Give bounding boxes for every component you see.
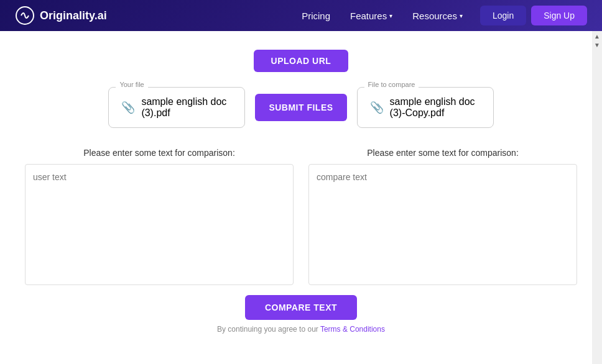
features-chevron-icon: ▾ [389,12,392,19]
upload-url-button[interactable]: UPLOAD URL [254,50,349,72]
your-file-wrapper: Your file 📎 sample english doc (3).pdf [108,87,245,128]
compare-file-wrapper: File to compare 📎 sample english doc (3)… [357,87,494,128]
login-button[interactable]: Login [480,6,526,25]
compare-text-input[interactable] [308,164,577,285]
your-file-name: sample english doc (3).pdf [141,96,226,119]
nav-resources[interactable]: Resources ▾ [405,7,470,25]
compare-text-button[interactable]: COMPARE TEXT [245,295,357,320]
nav-links: Pricing Features ▾ Resources ▾ Login Sig… [294,6,587,25]
paperclip-icon: 📎 [121,101,135,114]
logo-text: Originality.ai [40,9,107,22]
paperclip2-icon: 📎 [370,101,384,114]
resources-chevron-icon: ▾ [460,12,463,19]
right-text-col: Please enter some text for comparison: [308,148,577,288]
left-text-col: Please enter some text for comparison: [25,148,294,288]
logo-icon [15,6,35,25]
signup-button[interactable]: Sign Up [531,6,587,25]
scrollbar[interactable]: ▲ ▼ [592,31,602,364]
compare-file-box: 📎 sample english doc (3)-Copy.pdf [357,87,494,128]
left-compare-label: Please enter some text for comparison: [25,148,294,158]
user-text-input[interactable] [25,164,294,285]
nav-features[interactable]: Features ▾ [343,7,400,25]
right-compare-label: Please enter some text for comparison: [308,148,577,158]
text-compare-row: Please enter some text for comparison: P… [25,148,577,288]
submit-files-button[interactable]: SUBMIT FILES [255,94,346,121]
scroll-down-icon[interactable]: ▼ [594,41,600,50]
scroll-up-icon[interactable]: ▲ [594,32,600,41]
your-file-label: Your file [116,81,147,88]
terms-text: By continuing you agree to our Terms & C… [217,325,385,334]
navbar: Originality.ai Pricing Features ▾ Resour… [0,0,602,31]
your-file-box: 📎 sample english doc (3).pdf [108,87,245,128]
main-content: ▲ ▼ UPLOAD URL Your file 📎 sample englis… [0,31,602,364]
logo[interactable]: Originality.ai [15,6,107,25]
terms-link[interactable]: Terms & Conditions [320,325,385,334]
compare-file-name: sample english doc (3)-Copy.pdf [390,96,475,119]
upload-section: UPLOAD URL [25,50,577,72]
nav-pricing[interactable]: Pricing [294,7,338,25]
compare-section: COMPARE TEXT By continuing you agree to … [25,295,577,334]
file-inputs-row: Your file 📎 sample english doc (3).pdf S… [25,87,577,128]
compare-file-label: File to compare [364,81,419,88]
